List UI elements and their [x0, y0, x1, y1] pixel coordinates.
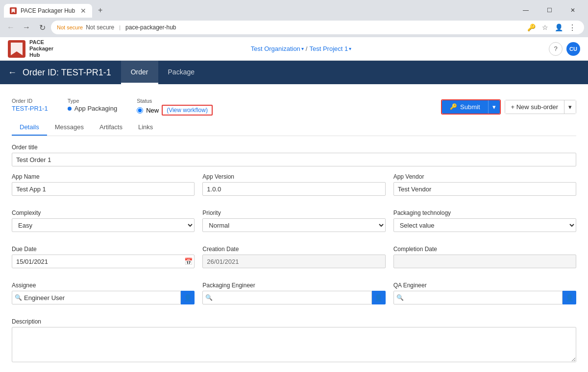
key-icon[interactable]: 🔑	[525, 22, 537, 33]
meta-actions: 🔑 Submit ▾ + New sub-order ▾	[441, 99, 576, 115]
key-submit-icon: 🔑	[450, 103, 457, 110]
completion-date-group: Completion Date	[393, 246, 576, 268]
new-suborder-dropdown-button[interactable]: ▾	[564, 100, 576, 114]
type-dot	[68, 107, 72, 111]
qa-engineer-input-group: 🔍 👤	[393, 291, 576, 304]
breadcrumb-org[interactable]: Test Organization ▾	[251, 45, 304, 52]
engineers-row: Assignee 🔍 👤 Packaging Engineer 🔍	[12, 282, 576, 311]
bookmark-icon[interactable]: ☆	[539, 22, 551, 33]
packaging-tech-select[interactable]: Select value MSI App-V MSIX	[393, 218, 576, 232]
description-label: Description	[12, 318, 576, 325]
app-logo: PACE Packager Hub	[8, 39, 53, 59]
header-tab-order[interactable]: Order	[121, 61, 158, 84]
completion-date-input	[393, 255, 576, 268]
due-date-input[interactable]	[12, 255, 195, 268]
tab-close-icon[interactable]: ✕	[80, 7, 86, 15]
chevron-down-icon: ▾	[301, 46, 304, 51]
dates-row: Due Date 📅 Creation Date Completion Date	[12, 246, 576, 275]
complexity-row: Complexity Easy Medium Hard Priority Low…	[12, 209, 576, 239]
app-version-input[interactable]	[202, 182, 385, 196]
creation-date-input	[202, 255, 385, 268]
calendar-icon[interactable]: 📅	[184, 257, 193, 265]
order-meta-row: Order ID TEST-PR1-1 Type App Packaging S…	[12, 92, 576, 119]
priority-select[interactable]: Low Normal High Critical	[202, 218, 385, 232]
status-radio-group: New (View workflow)	[137, 105, 213, 116]
back-button[interactable]: ←	[8, 68, 17, 78]
completion-date-label: Completion Date	[393, 246, 576, 253]
form-section: Order title App Name App Version App Ven…	[12, 144, 576, 364]
new-suborder-button[interactable]: + New sub-order	[505, 100, 564, 114]
order-title-input[interactable]	[12, 153, 576, 166]
due-date-group: Due Date 📅	[12, 246, 195, 268]
app-name-input[interactable]	[12, 182, 195, 196]
type-label: Type	[68, 98, 117, 104]
app-name-label: App Name	[12, 173, 195, 180]
packaging-engineer-search-button[interactable]: 👤	[372, 291, 386, 304]
submit-dropdown-button[interactable]: ▾	[488, 100, 500, 114]
app-version-label: App Version	[202, 173, 385, 180]
maximize-button[interactable]: ☐	[538, 3, 561, 17]
help-button[interactable]: ?	[549, 42, 563, 56]
view-workflow-button[interactable]: (View workflow)	[162, 105, 213, 116]
assignee-input-group: 🔍 👤	[12, 291, 195, 304]
submit-button[interactable]: 🔑 Submit	[442, 100, 488, 114]
breadcrumb-separator: /	[306, 45, 308, 52]
profile-icon[interactable]: 👤	[553, 22, 564, 33]
tab-details[interactable]: Details	[12, 119, 47, 136]
complexity-group: Complexity Easy Medium Hard	[12, 209, 195, 232]
address-bar[interactable]: Not secure Not secure | pace-packager-hu…	[51, 21, 584, 34]
browser-tab-active[interactable]: PACE Packager Hub ✕	[4, 4, 92, 18]
creation-date-group: Creation Date	[202, 246, 385, 268]
tab-links[interactable]: Links	[130, 119, 161, 136]
minimize-button[interactable]: —	[514, 3, 537, 17]
app-container: PACE Packager Hub Test Organization ▾ / …	[0, 37, 588, 372]
new-tab-button[interactable]: +	[92, 3, 108, 18]
assignee-search-button[interactable]: 👤	[181, 291, 195, 304]
user-qa-icon: 👤	[565, 294, 574, 302]
due-date-input-group: 📅	[12, 255, 195, 268]
status-label: Status	[137, 98, 213, 104]
tab-favicon	[10, 7, 17, 14]
submit-button-group: 🔑 Submit ▾	[441, 99, 500, 115]
app-version-group: App Version	[202, 173, 385, 196]
tab-messages[interactable]: Messages	[47, 119, 92, 136]
address-actions: 🔑 ☆ 👤 ⋮	[525, 22, 578, 33]
tab-artifacts[interactable]: Artifacts	[92, 119, 130, 136]
qa-engineer-label: QA Engineer	[393, 282, 576, 289]
packaging-engineer-input[interactable]	[202, 291, 371, 304]
qa-engineer-search-button[interactable]: 👤	[563, 291, 576, 304]
assignee-input[interactable]	[12, 291, 181, 304]
complexity-label: Complexity	[12, 209, 195, 216]
packaging-engineer-input-group: 🔍 👤	[202, 291, 385, 304]
complexity-select[interactable]: Easy Medium Hard	[12, 218, 195, 232]
breadcrumb-project[interactable]: Test Project 1 ▾	[309, 45, 351, 52]
order-title-label: Order title	[12, 144, 576, 151]
user-assign-icon: 👤	[184, 294, 192, 302]
packaging-tech-label: Packaging technology	[393, 209, 576, 216]
chevron-down-icon-2: ▾	[349, 46, 351, 51]
menu-icon[interactable]: ⋮	[566, 22, 578, 33]
meta-left: Order ID TEST-PR1-1 Type App Packaging S…	[12, 98, 213, 116]
user-avatar[interactable]: CU	[566, 42, 580, 56]
order-header: ← Order ID: TEST-PR1-1 Order Package	[0, 61, 588, 84]
back-nav-button[interactable]: ←	[4, 21, 18, 34]
tabs-bar: Details Messages Artifacts Links	[12, 119, 576, 136]
security-warning-text: Not secure	[86, 24, 114, 31]
description-input[interactable]	[12, 327, 576, 362]
order-title-group: Order title	[12, 144, 576, 166]
qa-engineer-group: QA Engineer 🔍 👤	[393, 282, 576, 304]
topnav-right: ? CU	[549, 42, 580, 56]
close-button[interactable]: ✕	[562, 3, 584, 17]
reload-button[interactable]: ↻	[35, 21, 49, 34]
header-tab-package[interactable]: Package	[158, 61, 204, 84]
forward-nav-button[interactable]: →	[20, 21, 33, 34]
logo-text: PACE Packager Hub	[29, 39, 53, 59]
qa-engineer-input[interactable]	[393, 291, 563, 304]
security-warning: Not secure	[57, 24, 83, 30]
priority-group: Priority Low Normal High Critical	[202, 209, 385, 232]
order-id-value: TEST-PR1-1	[12, 105, 48, 112]
app-vendor-input[interactable]	[393, 182, 576, 196]
assignee-group: Assignee 🔍 👤	[12, 282, 195, 304]
status-radio-new[interactable]	[137, 107, 143, 114]
app-vendor-group: App Vendor	[393, 173, 576, 196]
